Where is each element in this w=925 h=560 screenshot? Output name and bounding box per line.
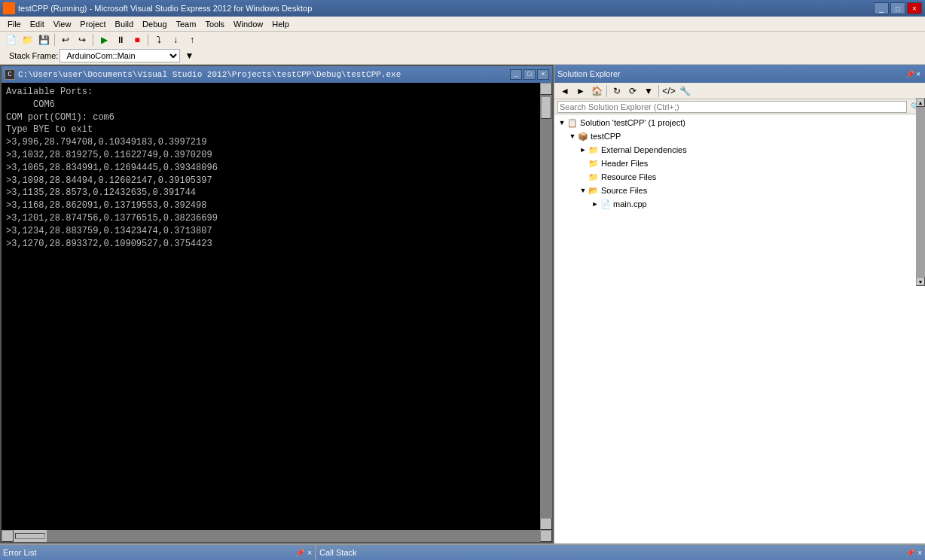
console-line: Available Ports:	[6, 86, 548, 99]
toolbar-stop-btn[interactable]: ■	[130, 33, 145, 47]
minimize-button[interactable]: _	[874, 2, 889, 14]
menu-help[interactable]: Help	[267, 18, 294, 30]
tree-external-deps[interactable]: ► 📁 External Dependencies	[554, 143, 925, 157]
toolbar-open-btn[interactable]: 📁	[20, 33, 35, 47]
tree-expand-ext[interactable]: ►	[579, 145, 588, 154]
console-minimize-btn[interactable]: _	[510, 69, 522, 80]
menu-view[interactable]: View	[49, 18, 76, 30]
se-forward-btn[interactable]: ►	[573, 84, 588, 98]
console-line: >3,996,28.794708,0.10349183,0.3997219	[6, 136, 548, 149]
tree-project[interactable]: ▼ 📦 testCPP	[554, 129, 925, 143]
se-search-bar: 🔍	[554, 99, 925, 114]
se-sync-btn[interactable]: ↻	[609, 84, 624, 98]
pin-button[interactable]: 📌	[905, 70, 914, 78]
hscroll-track	[47, 530, 540, 542]
toolbar-redo-btn[interactable]: ↪	[75, 33, 90, 47]
console-line: >3,1168,28.862091,0.13719553,0.392498	[6, 199, 548, 212]
source-files-label: Source Files	[601, 186, 647, 195]
callstack-close-btn[interactable]: ×	[917, 549, 922, 557]
se-tree: ▼ 📋 Solution 'testCPP' (1 project) ▼ 📦 t…	[554, 114, 925, 543]
menu-tools[interactable]: Tools	[200, 18, 229, 30]
tree-resource-files[interactable]: ► 📁 Resource Files	[554, 170, 925, 184]
se-search-input[interactable]	[557, 101, 907, 113]
right-panel: Solution Explorer 📌 × ◄ ► 🏠 ↻ ⟳ ▼ </> 🔧 …	[554, 65, 925, 543]
console-titlebar: C C:\Users\user\Documents\Visual Studio …	[2, 66, 552, 83]
console-hscrollbar[interactable]: ◄ ►	[2, 530, 552, 542]
toolbar-start-btn[interactable]: ▶	[96, 33, 111, 47]
hscroll-right-btn[interactable]: ►	[540, 530, 552, 542]
tree-expand-project[interactable]: ▼	[568, 132, 577, 141]
console-content: Available Ports: COM6COM port(COM1): com…	[2, 83, 552, 530]
toolbar-stack-down-btn[interactable]: ▼	[182, 49, 197, 62]
folder-icon-resource: 📁	[588, 171, 600, 183]
tree-expand-source[interactable]: ▼	[579, 186, 588, 195]
stack-frame-combo[interactable]: ArduinoCom::Main	[60, 49, 180, 62]
menu-team[interactable]: Team	[172, 18, 201, 30]
callstack-pin-btn[interactable]: 📌	[905, 549, 914, 557]
project-icon: 📦	[577, 130, 589, 142]
console-line: >3,1065,28.834991,0.12694445,0.39348096	[6, 162, 548, 175]
se-sep2	[658, 85, 659, 97]
main-layout: C C:\Users\user\Documents\Visual Studio …	[0, 65, 925, 543]
console-line: COM port(COM1): com6	[6, 111, 548, 124]
se-scroll-up[interactable]: ▲	[916, 98, 925, 107]
console-close-btn[interactable]: ×	[537, 69, 549, 80]
solution-icon: 📋	[566, 117, 579, 129]
se-prop-btn[interactable]: 🔧	[677, 84, 692, 98]
toolbar-undo-btn[interactable]: ↩	[58, 33, 73, 47]
se-scroll-down[interactable]: ▼	[916, 277, 925, 286]
toolbar-sep-2	[93, 34, 93, 46]
toolbar-step-out-btn[interactable]: ↑	[185, 33, 200, 47]
menu-edit[interactable]: Edit	[26, 18, 49, 30]
console-line: >3,1135,28.8573,0.12432635,0.391744	[6, 187, 548, 199]
window-controls[interactable]: _ □ ×	[874, 2, 922, 14]
se-back-btn[interactable]: ◄	[557, 84, 572, 98]
toolbar-pause-btn[interactable]: ⏸	[113, 33, 128, 47]
scroll-thumb[interactable]	[541, 96, 551, 119]
error-list-close-btn[interactable]: ×	[307, 549, 312, 557]
menu-bar: File Edit View Project Build Debug Team …	[0, 17, 925, 32]
toolbar-step-into-btn[interactable]: ↓	[168, 33, 183, 47]
tree-expand-main[interactable]: ►	[591, 199, 600, 208]
scroll-down-btn[interactable]: ▼	[540, 518, 552, 530]
menu-file[interactable]: File	[3, 18, 26, 30]
hscroll-thumb[interactable]	[15, 533, 45, 539]
menu-project[interactable]: Project	[75, 18, 110, 30]
menu-debug[interactable]: Debug	[138, 18, 171, 30]
toolbar-step-over-btn[interactable]: ⤵	[151, 33, 166, 47]
se-refresh-btn[interactable]: ⟳	[625, 84, 640, 98]
tree-expand-solution[interactable]: ▼	[557, 118, 566, 127]
se-code-btn[interactable]: </>	[661, 84, 676, 98]
title-text: testCPP (Running) - Microsoft Visual Stu…	[18, 4, 874, 13]
file-icon-main: 📄	[600, 198, 612, 210]
toolbar-row-2: Stack Frame: ArduinoCom::Main ▼	[0, 48, 925, 65]
console-restore-btn[interactable]: □	[524, 69, 536, 80]
tree-source-files[interactable]: ▼ 📂 Source Files	[554, 184, 925, 197]
tree-main-cpp[interactable]: ► 📄 main.cpp	[554, 197, 925, 211]
close-button[interactable]: ×	[907, 2, 922, 14]
toolbar-save-btn[interactable]: 💾	[36, 33, 51, 47]
restore-button[interactable]: □	[890, 2, 905, 14]
console-window-controls[interactable]: _ □ ×	[510, 69, 549, 80]
se-scrollbar[interactable]: ▲ ▼	[916, 98, 925, 286]
solution-label: Solution 'testCPP' (1 project)	[580, 118, 685, 127]
console-line: >3,1032,28.819275,0.11622749,0.3970209	[6, 149, 548, 162]
error-list-pin-btn[interactable]: 📌	[295, 549, 304, 557]
ext-deps-label: External Dependencies	[601, 145, 687, 154]
hscroll-left-btn[interactable]: ◄	[2, 530, 14, 542]
se-home-btn[interactable]: 🏠	[589, 84, 604, 98]
tree-solution[interactable]: ▼ 📋 Solution 'testCPP' (1 project)	[554, 116, 925, 129]
close-se-btn[interactable]: ×	[916, 70, 920, 78]
tree-header-files[interactable]: ► 📁 Header Files	[554, 157, 925, 170]
toolbar-new-btn[interactable]: 📄	[3, 33, 18, 47]
se-filter-btn[interactable]: ▼	[641, 84, 656, 98]
console-line: Type BYE to exit	[6, 123, 548, 136]
folder-icon-source: 📂	[588, 184, 600, 196]
menu-window[interactable]: Window	[229, 18, 267, 30]
scroll-up-btn[interactable]: ▲	[540, 83, 552, 95]
se-toolbar: ◄ ► 🏠 ↻ ⟳ ▼ </> 🔧	[554, 83, 925, 99]
menu-build[interactable]: Build	[111, 18, 138, 30]
console-line: >3,1270,28.893372,0.10909527,0.3754423	[6, 238, 548, 251]
console-scrollbar[interactable]: ▲ ▼	[540, 83, 552, 530]
console-icon: C	[5, 69, 15, 80]
